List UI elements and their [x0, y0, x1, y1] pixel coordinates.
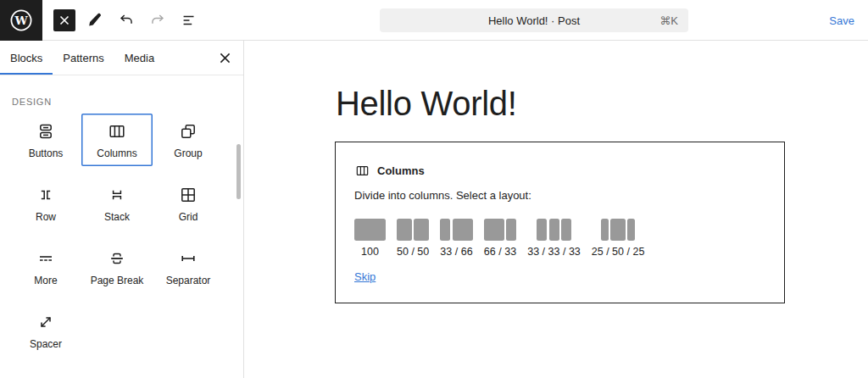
skip-button[interactable]: Skip: [354, 270, 376, 283]
block-item-label: More: [34, 275, 57, 286]
layout-column-rect: [354, 219, 386, 241]
block-item-columns[interactable]: Columns: [81, 114, 153, 166]
save-button[interactable]: Save: [829, 14, 854, 27]
separator-icon: [178, 248, 198, 269]
layout-preview: [440, 219, 473, 241]
layout-column-rect: [601, 219, 609, 241]
layout-column-rect: [397, 219, 412, 241]
layout-option-label: 33 / 33 / 33: [527, 246, 581, 258]
block-item-label: Page Break: [91, 275, 144, 286]
row-icon: [36, 185, 56, 205]
layout-option-100[interactable]: 100: [354, 219, 386, 258]
document-overview-button[interactable]: [177, 8, 201, 32]
columns-placeholder-title: Columns: [377, 164, 425, 177]
undo-icon: [117, 11, 136, 30]
layout-option-label: 33 / 66: [440, 246, 472, 258]
columns-placeholder-description: Divide into columns. Select a layout:: [354, 189, 765, 202]
editor-canvas: Hello World! Columns Divide into columns…: [244, 41, 868, 378]
close-inserter-button[interactable]: [213, 46, 236, 69]
layout-option-label: 100: [361, 246, 379, 258]
layout-preview: [354, 219, 386, 241]
columns-block-placeholder: Columns Divide into columns. Select a la…: [335, 142, 785, 303]
layout-option-33-33-33[interactable]: 33 / 33 / 33: [527, 219, 581, 258]
block-item-more[interactable]: More: [10, 241, 81, 293]
layout-column-rect: [414, 219, 429, 241]
close-block-inserter-button[interactable]: [53, 9, 75, 31]
more-icon: [36, 248, 56, 269]
layout-column-rect: [453, 219, 473, 241]
layout-preview: [397, 219, 429, 241]
layout-column-rect: [484, 219, 504, 241]
layout-column-rect: [610, 219, 626, 241]
layout-option-25-50-25[interactable]: 25 / 50 / 25: [592, 219, 645, 258]
layout-option-33-66[interactable]: 33 / 66: [440, 219, 473, 258]
post-title[interactable]: Hello World!: [336, 85, 868, 123]
columns-icon: [107, 121, 127, 142]
pencil-icon: [86, 11, 104, 30]
command-shortcut: ⌘K: [659, 14, 678, 27]
page-break-icon: [107, 248, 127, 269]
close-icon: [220, 53, 231, 64]
layout-column-rect: [549, 219, 559, 241]
layout-option-label: 25 / 50 / 25: [592, 246, 645, 258]
layout-option-50-50[interactable]: 50 / 50: [397, 219, 429, 258]
block-item-spacer[interactable]: Spacer: [10, 304, 81, 357]
block-item-label: Grid: [179, 211, 198, 223]
editor-top-bar: W Hello World! · Post ⌘K Save: [0, 0, 868, 41]
wordpress-logo[interactable]: W: [0, 0, 42, 41]
layout-column-rect: [537, 219, 547, 241]
block-item-label: Columns: [97, 147, 136, 159]
inserter-tabbar: BlocksPatternsMedia: [0, 41, 243, 75]
group-icon: [178, 121, 198, 142]
close-icon: [59, 15, 70, 25]
block-item-label: Spacer: [30, 338, 62, 350]
layout-preview: [484, 219, 517, 241]
block-item-row[interactable]: Row: [10, 177, 81, 230]
block-item-label: Buttons: [29, 147, 64, 159]
edit-mode-button[interactable]: [83, 8, 107, 32]
block-item-page-break[interactable]: Page Break: [81, 241, 153, 293]
block-item-group[interactable]: Group: [153, 114, 224, 166]
layout-option-66-33[interactable]: 66 / 33: [484, 219, 517, 258]
list-view-icon: [180, 11, 198, 30]
buttons-icon: [36, 121, 56, 142]
columns-icon: [354, 163, 370, 179]
layout-column-rect: [440, 219, 450, 241]
block-item-buttons[interactable]: Buttons: [10, 114, 81, 166]
redo-icon: [148, 11, 167, 30]
svg-text:W: W: [14, 13, 28, 26]
tab-media[interactable]: Media: [114, 41, 164, 75]
redo-button[interactable]: [146, 8, 170, 32]
layout-option-label: 66 / 33: [484, 246, 516, 258]
spacer-icon: [36, 312, 56, 332]
block-item-label: Group: [174, 147, 202, 159]
column-layout-options: 10050 / 5033 / 6666 / 3333 / 33 / 3325 /…: [354, 219, 765, 258]
block-item-grid[interactable]: Grid: [153, 177, 224, 230]
layout-column-rect: [506, 219, 516, 241]
tab-patterns[interactable]: Patterns: [53, 41, 114, 75]
wordpress-logo-icon: W: [8, 8, 34, 33]
document-title: Hello World! · Post: [488, 14, 580, 27]
design-section-label: DESIGN: [12, 97, 243, 107]
command-palette[interactable]: Hello World! · Post ⌘K: [380, 8, 688, 32]
block-item-label: Separator: [166, 275, 211, 286]
undo-button[interactable]: [114, 8, 138, 32]
layout-option-label: 50 / 50: [397, 246, 429, 258]
layout-column-rect: [561, 219, 571, 241]
block-grid: ButtonsColumnsGroupRowStackGridMorePage …: [10, 114, 243, 357]
block-item-label: Stack: [104, 211, 130, 223]
layout-preview: [601, 219, 635, 241]
stack-icon: [107, 185, 127, 205]
grid-icon: [178, 185, 198, 205]
layout-column-rect: [627, 219, 635, 241]
block-item-label: Row: [36, 211, 56, 223]
block-inserter-sidebar: BlocksPatternsMedia DESIGN ButtonsColumn…: [0, 41, 244, 378]
block-item-stack[interactable]: Stack: [81, 177, 153, 230]
tab-blocks[interactable]: Blocks: [0, 41, 53, 75]
sidebar-scrollbar[interactable]: [236, 144, 241, 199]
block-item-separator[interactable]: Separator: [153, 241, 224, 293]
layout-preview: [537, 219, 571, 241]
columns-placeholder-header: Columns: [354, 163, 765, 179]
